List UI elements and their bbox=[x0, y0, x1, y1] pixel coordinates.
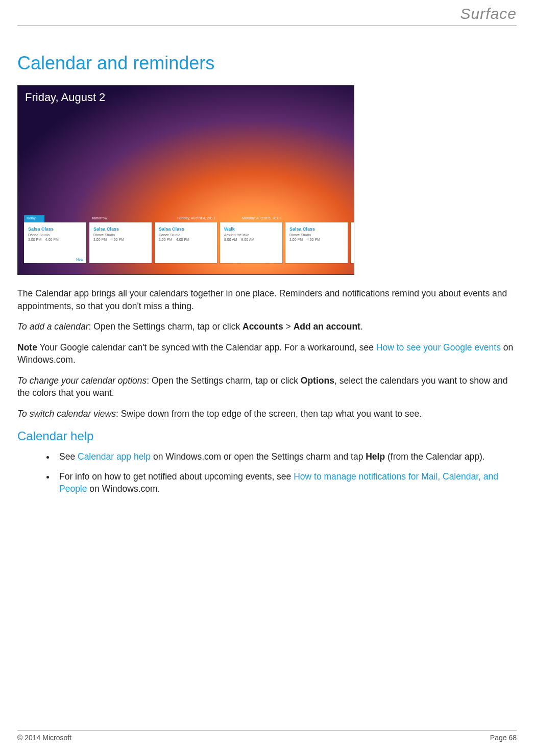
card-sub: Dance Studio bbox=[155, 233, 217, 237]
copyright: © 2014 Microsoft bbox=[17, 734, 71, 742]
text: : Swipe down from the top edge of the sc… bbox=[116, 409, 422, 419]
add-account-bold: Add an account bbox=[294, 321, 360, 332]
card-sub: 8:00 AM – 9:00 AM bbox=[220, 237, 282, 242]
text: For info on how to get notified about up… bbox=[59, 471, 294, 482]
card-tab: Tomorrow bbox=[89, 215, 152, 222]
calendar-card: Tomorrow Salsa Class Dance Studio 3:00 P… bbox=[89, 222, 152, 263]
card-title: Salsa Class bbox=[285, 222, 348, 233]
card-sub: 3:00 bbox=[351, 233, 354, 237]
card-tab: Monday, August 5, 2013 bbox=[220, 215, 282, 222]
text: (from the Calendar app). bbox=[385, 451, 485, 462]
card-sub: 3:00 PM – 4:00 PM bbox=[24, 237, 86, 242]
card-tab: Today bbox=[24, 215, 44, 222]
calendar-help-link[interactable]: Calendar app help bbox=[78, 451, 151, 462]
card-title: Walk bbox=[220, 222, 282, 233]
page-content: Calendar and reminders Friday, August 2 … bbox=[17, 26, 517, 495]
screenshot-date: Friday, August 2 bbox=[25, 91, 105, 104]
text: on Windows.com or open the Settings char… bbox=[151, 451, 366, 462]
card-title: Salsa Class bbox=[155, 222, 217, 233]
text: Your Google calendar can't be synced wit… bbox=[37, 342, 376, 352]
intro-paragraph: The Calendar app brings all your calenda… bbox=[17, 287, 517, 312]
change-options-paragraph: To change your calendar options: Open th… bbox=[17, 374, 517, 399]
card-title: Sal bbox=[351, 222, 354, 233]
calendar-card: Today Salsa Class Dance Studio 3:00 PM –… bbox=[24, 222, 86, 263]
switch-views-paragraph: To switch calendar views: Swipe down fro… bbox=[17, 408, 517, 420]
list-item: For info on how to get notified about up… bbox=[55, 470, 517, 495]
card-sub: 3:00 PM – 4:00 PM bbox=[155, 237, 217, 242]
card-sub: Around the lake bbox=[220, 233, 282, 237]
add-calendar-paragraph: To add a calendar: Open the Settings cha… bbox=[17, 320, 517, 333]
options-bold: Options bbox=[301, 375, 334, 386]
card-title: Salsa Class bbox=[24, 222, 86, 233]
accounts-bold: Accounts bbox=[242, 321, 283, 332]
card-sub: Dance Studio bbox=[285, 233, 348, 237]
text: > bbox=[283, 321, 294, 332]
list-item: See Calendar app help on Windows.com or … bbox=[55, 450, 517, 463]
text: . bbox=[360, 321, 363, 332]
surface-logo: Surface bbox=[460, 5, 517, 22]
card-tab: Sunday, August 4, 2013 bbox=[155, 215, 217, 222]
calendar-card: Salsa Class Dance Studio 3:00 PM – 4:00 … bbox=[285, 222, 348, 263]
card-tab bbox=[351, 215, 354, 222]
calendar-card: Monday, August 5, 2013 Walk Around the l… bbox=[220, 222, 282, 263]
switch-prefix: To switch calendar views bbox=[17, 409, 116, 419]
calendar-card: Sal 3:00 bbox=[351, 222, 354, 263]
text: See bbox=[59, 451, 78, 462]
card-sub: Dance Studio bbox=[89, 233, 152, 237]
note-label: Note bbox=[17, 342, 37, 352]
calendar-screenshot: Friday, August 2 Today Salsa Class Dance… bbox=[17, 85, 354, 275]
page-title: Calendar and reminders bbox=[17, 53, 517, 74]
help-bold: Help bbox=[366, 451, 385, 462]
page-footer: © 2014 Microsoft Page 68 bbox=[17, 730, 517, 742]
text: : Open the Settings charm, tap or click bbox=[88, 321, 242, 332]
help-list: See Calendar app help on Windows.com or … bbox=[55, 450, 517, 495]
google-events-link[interactable]: How to see your Google events bbox=[376, 342, 501, 352]
change-prefix: To change your calendar options bbox=[17, 375, 147, 386]
section-heading: Calendar help bbox=[17, 429, 517, 443]
card-sub: 3:00 PM – 4:00 PM bbox=[285, 237, 348, 242]
text: : Open the Settings charm, tap or click bbox=[147, 375, 301, 386]
page-number: Page 68 bbox=[490, 734, 517, 742]
card-new: New bbox=[76, 258, 83, 261]
add-calendar-prefix: To add a calendar bbox=[17, 321, 88, 332]
card-title: Salsa Class bbox=[89, 222, 152, 233]
screenshot-cards-row: Today Salsa Class Dance Studio 3:00 PM –… bbox=[24, 222, 354, 263]
calendar-card: Sunday, August 4, 2013 Salsa Class Dance… bbox=[155, 222, 217, 263]
card-sub: Dance Studio bbox=[24, 233, 86, 237]
card-sub: 3:00 PM – 4:00 PM bbox=[89, 237, 152, 242]
card-tab bbox=[285, 215, 348, 222]
text: on Windows.com. bbox=[87, 484, 160, 494]
page-header: Surface bbox=[17, 0, 517, 26]
note-paragraph: Note Your Google calendar can't be synce… bbox=[17, 341, 517, 366]
